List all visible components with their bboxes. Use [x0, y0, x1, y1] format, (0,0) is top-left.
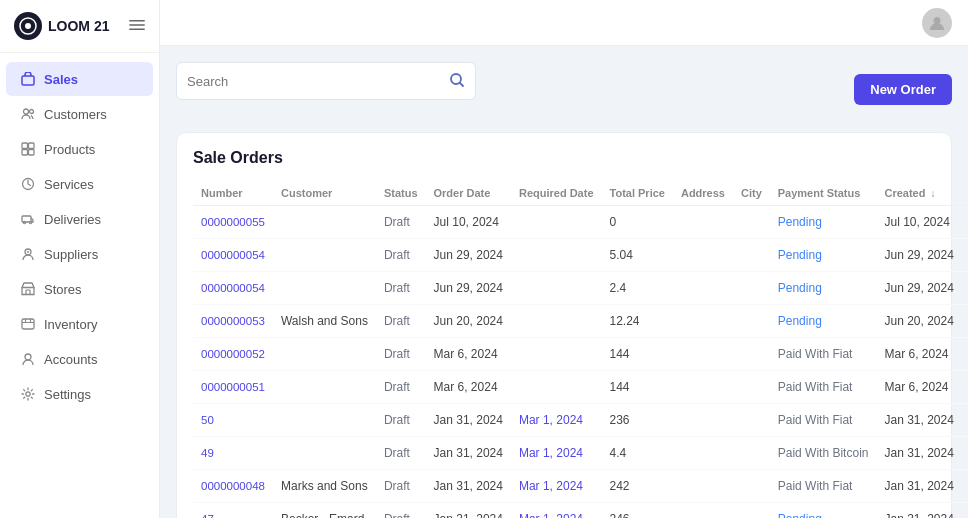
cell-payment-status: Pending [770, 305, 877, 338]
avatar[interactable] [922, 8, 952, 38]
cell-required-date [511, 305, 602, 338]
cell-created: Jun 29, 2024 [876, 272, 961, 305]
sidebar-item-accounts[interactable]: Accounts [6, 342, 153, 376]
search-icon[interactable] [449, 72, 465, 91]
cell-customer [273, 206, 376, 239]
search-bar[interactable] [176, 62, 476, 100]
cell-status: Draft [376, 371, 426, 404]
cell-edit[interactable]: → [962, 470, 968, 503]
svg-rect-3 [129, 24, 145, 26]
cell-address [673, 206, 733, 239]
cell-status: Draft [376, 437, 426, 470]
cell-status: Draft [376, 503, 426, 519]
cell-payment-status: Paid With Fiat [770, 338, 877, 371]
cell-order-date: Jan 31, 2024 [426, 503, 511, 519]
cell-number: 47 [193, 503, 273, 519]
cell-address [673, 371, 733, 404]
cell-customer: Walsh and Sons [273, 305, 376, 338]
cell-edit[interactable]: → [962, 338, 968, 371]
svg-point-20 [26, 392, 30, 396]
cell-payment-status: Paid With Fiat [770, 371, 877, 404]
sidebar-item-suppliers[interactable]: Suppliers [6, 237, 153, 271]
table-row: 0000000052 Draft Mar 6, 2024 144 Paid Wi… [193, 338, 968, 371]
cell-city [733, 404, 770, 437]
cell-order-date: Jan 31, 2024 [426, 437, 511, 470]
accounts-icon [20, 351, 36, 367]
svg-rect-18 [22, 319, 34, 329]
cell-order-date: Jul 10, 2024 [426, 206, 511, 239]
cell-created: Mar 6, 2024 [876, 371, 961, 404]
cell-edit[interactable]: → [962, 239, 968, 272]
cell-number: 50 [193, 404, 273, 437]
cell-edit[interactable]: → [962, 305, 968, 338]
col-payment-status: Payment Status [770, 181, 877, 206]
cell-required-date [511, 338, 602, 371]
cell-total-price: 236 [602, 404, 673, 437]
cell-created: Jan 31, 2024 [876, 503, 961, 519]
sidebar-item-sales[interactable]: Sales [6, 62, 153, 96]
sidebar-item-settings[interactable]: Settings [6, 377, 153, 411]
cell-total-price: 144 [602, 338, 673, 371]
search-input[interactable] [187, 74, 443, 89]
cell-status: Draft [376, 206, 426, 239]
cell-payment-status: Paid With Bitcoin [770, 437, 877, 470]
menu-icon[interactable] [129, 17, 145, 36]
svg-point-7 [30, 110, 34, 114]
sale-orders-table: Number Customer Status Order Date Requir… [193, 181, 968, 518]
cell-address [673, 437, 733, 470]
cell-number: 0000000053 [193, 305, 273, 338]
table-row: 49 Draft Jan 31, 2024 Mar 1, 2024 4.4 Pa… [193, 437, 968, 470]
cell-city [733, 338, 770, 371]
svg-rect-11 [29, 150, 35, 156]
sidebar-item-customers[interactable]: Customers [6, 97, 153, 131]
sidebar-item-services[interactable]: Services [6, 167, 153, 201]
cell-status: Draft [376, 470, 426, 503]
sidebar-item-products[interactable]: Products [6, 132, 153, 166]
cell-total-price: 242 [602, 470, 673, 503]
col-number: Number [193, 181, 273, 206]
cell-edit[interactable]: → [962, 503, 968, 519]
svg-point-21 [934, 17, 941, 24]
cell-edit[interactable]: → [962, 371, 968, 404]
cell-edit[interactable]: → [962, 437, 968, 470]
sidebar-item-stores[interactable]: Stores [6, 272, 153, 306]
deliveries-icon [20, 211, 36, 227]
logo-icon [14, 12, 42, 40]
cell-edit[interactable]: → [962, 404, 968, 437]
sidebar-item-inventory[interactable]: Inventory [6, 307, 153, 341]
svg-point-16 [27, 251, 29, 253]
table-row: 0000000053 Walsh and Sons Draft Jun 20, … [193, 305, 968, 338]
cell-address [673, 338, 733, 371]
svg-rect-17 [26, 290, 30, 295]
col-created: Created ↓ [876, 181, 961, 206]
svg-point-6 [24, 109, 29, 114]
cell-order-date: Jan 31, 2024 [426, 470, 511, 503]
sidebar-item-deliveries[interactable]: Deliveries [6, 202, 153, 236]
cell-required-date: Mar 1, 2024 [511, 437, 602, 470]
cell-city [733, 206, 770, 239]
inventory-icon [20, 316, 36, 332]
header [160, 0, 968, 46]
sidebar: LOOM 21 Sales [0, 0, 160, 518]
cell-order-date: Mar 6, 2024 [426, 338, 511, 371]
cell-required-date: Mar 1, 2024 [511, 503, 602, 519]
col-total-price: Total Price [602, 181, 673, 206]
suppliers-icon [20, 246, 36, 262]
cell-address [673, 404, 733, 437]
cell-customer: Becker - Emard [273, 503, 376, 519]
cell-number: 0000000054 [193, 239, 273, 272]
cell-edit[interactable]: → [962, 272, 968, 305]
sidebar-item-suppliers-label: Suppliers [44, 247, 98, 262]
new-order-button[interactable]: New Order [854, 74, 952, 105]
cell-created: Jul 10, 2024 [876, 206, 961, 239]
cell-order-date: Jun 29, 2024 [426, 239, 511, 272]
cell-status: Draft [376, 404, 426, 437]
cell-order-date: Jun 29, 2024 [426, 272, 511, 305]
sales-icon [20, 71, 36, 87]
cell-order-date: Mar 6, 2024 [426, 371, 511, 404]
cell-total-price: 144 [602, 371, 673, 404]
cell-payment-status: Paid With Fiat [770, 470, 877, 503]
products-icon [20, 141, 36, 157]
cell-edit[interactable]: → [962, 206, 968, 239]
sidebar-item-customers-label: Customers [44, 107, 107, 122]
